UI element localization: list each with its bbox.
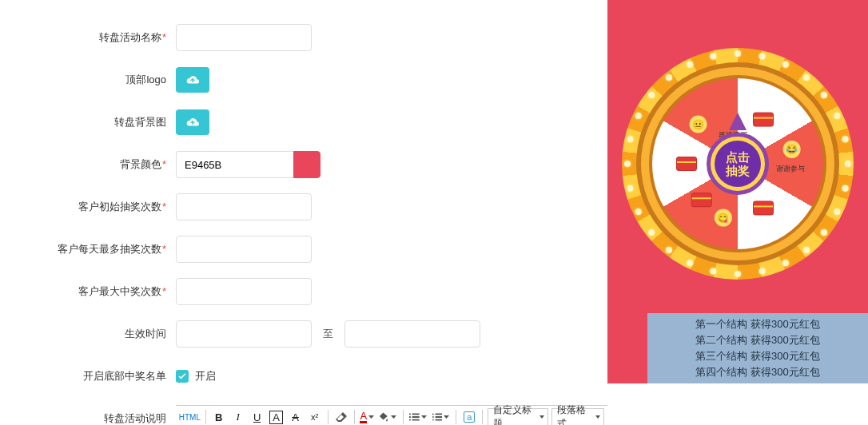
forecolor-a-icon: A: [360, 411, 367, 423]
row-max-count: 客户最大中奖次数*: [0, 278, 607, 305]
editor-italic-button[interactable]: I: [229, 408, 248, 425]
input-max-count[interactable]: [176, 278, 312, 305]
chevron-down-icon: [390, 415, 397, 419]
redpacket-icon: [676, 157, 697, 171]
label-daily-count: 客户每天最多抽奖次数*: [0, 242, 176, 256]
row-bg-color: 背景颜色*: [0, 151, 607, 178]
svg-point-0: [432, 413, 434, 415]
sector-label: 谢谢参与: [776, 164, 805, 174]
redpacket-icon: [753, 201, 774, 215]
border-a-icon: A: [269, 411, 283, 424]
row-winners-toggle: 开启底部中奖名单 开启: [0, 363, 607, 390]
input-daily-count[interactable]: [176, 236, 312, 263]
row-daily-count: 客户每天最多抽奖次数*: [0, 236, 607, 263]
cloud-upload-icon: [185, 117, 200, 128]
prize-wheel: 😂 谢谢参与 😋 😐 再接再厉 点击 抽奖: [622, 48, 854, 280]
chevron-down-icon: [443, 415, 450, 419]
editor-toolbar-row1: HTML B I U A A x² A: [176, 406, 607, 425]
check-icon: [178, 373, 186, 379]
input-activity-name[interactable]: [176, 24, 312, 51]
label-effective-time: 生效时间: [0, 327, 176, 341]
row-init-count: 客户初始抽奖次数*: [0, 193, 607, 220]
wheel-hub-label: 点击 抽奖: [715, 141, 761, 187]
color-swatch[interactable]: [293, 151, 321, 178]
chevron-down-icon: [420, 415, 428, 419]
label-bg-color: 背景颜色*: [0, 157, 176, 172]
editor-border-button[interactable]: A: [267, 408, 286, 425]
bucket-icon: [379, 412, 389, 422]
editor-bold-button[interactable]: B: [209, 408, 229, 425]
emoji-icon: 😋: [715, 209, 732, 227]
editor-paragraph-format-select[interactable]: 段落格式: [551, 408, 604, 425]
separator: [456, 410, 456, 424]
row-top-logo: 顶部logo: [0, 66, 607, 93]
label-description: 转盘活动说明: [0, 405, 176, 425]
separator: [354, 410, 355, 424]
separator: [205, 410, 206, 424]
upload-logo-button[interactable]: [176, 67, 209, 93]
checkbox-winners-label: 开启: [195, 369, 216, 383]
emoji-icon: 😂: [783, 141, 801, 158]
chevron-down-icon: [368, 415, 374, 419]
editor-unordered-list-button[interactable]: [430, 408, 453, 425]
upload-bg-button[interactable]: [176, 109, 209, 135]
richtext-editor: HTML B I U A A x² A: [176, 405, 607, 425]
checkbox-winners[interactable]: [176, 370, 189, 383]
label-bg-image: 转盘背景图: [0, 115, 176, 129]
editor-html-button[interactable]: HTML: [177, 408, 202, 425]
redpacket-icon: [691, 193, 712, 207]
separator: [328, 410, 328, 424]
input-bg-color[interactable]: [176, 151, 293, 178]
wheel-preview-panel: 😂 谢谢参与 😋 😐 再接再厉 点击 抽奖 第一个结构 获得300元红包 第二个…: [607, 0, 868, 383]
wheel-hub-button[interactable]: 点击 抽奖: [707, 133, 769, 195]
row-effective-time: 生效时间 至: [0, 320, 607, 348]
winners-list: 第一个结构 获得300元红包 第二个结构 获得300元红包 第三个结构 获得30…: [647, 313, 868, 383]
editor-eraser-button[interactable]: [332, 408, 351, 425]
winner-row: 第二个结构 获得300元红包: [654, 332, 862, 348]
label-max-count: 客户最大中奖次数*: [0, 284, 176, 299]
separator: [403, 410, 404, 424]
label-init-count: 客户初始抽奖次数*: [0, 200, 176, 214]
editor-forecolor-button[interactable]: A: [357, 408, 376, 425]
row-activity-name: 转盘活动名称*: [0, 24, 607, 51]
svg-point-2: [432, 419, 434, 421]
label-top-logo: 顶部logo: [0, 73, 176, 87]
label-winners-toggle: 开启底部中奖名单: [0, 369, 176, 383]
input-init-count[interactable]: [176, 193, 312, 220]
time-to-word: 至: [323, 327, 333, 341]
cloud-upload-icon: [185, 74, 200, 85]
editor-ordered-list-button[interactable]: [407, 408, 430, 425]
winner-row: 第三个结构 获得300元红包: [654, 348, 862, 364]
wheel-pointer-icon: [729, 113, 747, 130]
svg-point-1: [432, 416, 434, 418]
label-activity-name: 转盘活动名称*: [0, 30, 176, 45]
editor-backcolor-button[interactable]: [376, 408, 400, 425]
list-ol-icon: [409, 412, 420, 422]
row-bg-image: 转盘背景图: [0, 109, 607, 136]
winner-row: 第一个结构 获得300元红包: [654, 316, 862, 332]
redpacket-icon: [753, 113, 774, 127]
row-description: 转盘活动说明 HTML B I U A A x² A: [0, 405, 607, 425]
separator: [482, 410, 483, 424]
emoji-icon: 😐: [690, 116, 707, 133]
list-ul-icon: [432, 412, 443, 422]
input-time-to[interactable]: [344, 320, 480, 348]
editor-strike-button[interactable]: A: [286, 408, 305, 425]
editor-custom-title-select[interactable]: 自定义标题: [488, 408, 548, 425]
form-area: 转盘活动名称* 顶部logo 转盘背景图 背景颜色* 客户初始抽奖次数*: [0, 0, 607, 425]
winner-row: 第四个结构 获得300元红包: [654, 364, 862, 380]
anchor-icon: a: [464, 411, 475, 423]
eraser-icon: [336, 412, 347, 422]
editor-superscript-button[interactable]: x²: [305, 408, 325, 425]
input-time-from[interactable]: [176, 320, 312, 348]
editor-underline-button[interactable]: U: [248, 408, 267, 425]
editor-anchor-button[interactable]: a: [460, 408, 479, 425]
